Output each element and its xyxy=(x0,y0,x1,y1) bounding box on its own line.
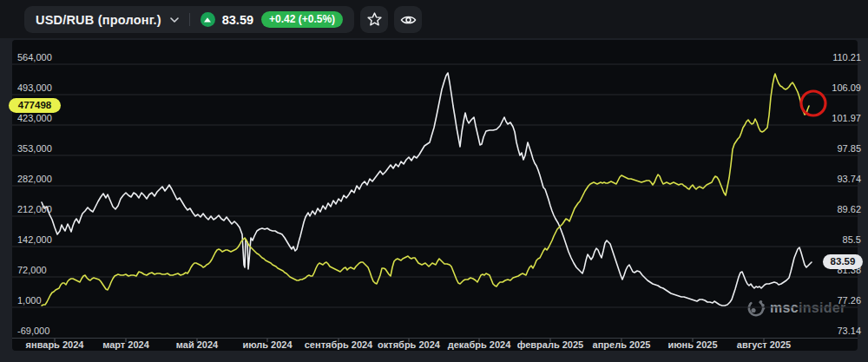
y-axis-label-right: 97.85 xyxy=(837,144,861,154)
y-axis-label-left: 564,000 xyxy=(17,53,52,63)
watch-button[interactable] xyxy=(394,6,422,33)
y-axis-label-left: 353,000 xyxy=(17,144,52,154)
right-scale-last-value-badge: 83.59 xyxy=(823,254,863,269)
y-axis-label-right: 93.74 xyxy=(837,174,861,184)
y-axis-label-right: 77.26 xyxy=(837,296,861,306)
favorite-button[interactable] xyxy=(360,6,388,33)
y-axis-label-left: 212,000 xyxy=(17,205,52,214)
y-axis-label-left: -69,000 xyxy=(17,326,49,336)
last-price: 83.59 xyxy=(222,13,253,27)
y-axis-label-right: 85.5 xyxy=(843,235,861,245)
price-chart[interactable] xyxy=(0,0,868,362)
symbol-label: USD/RUB (пролонг.) xyxy=(36,13,161,27)
y-axis-label-left: 72,000 xyxy=(17,266,47,275)
y-axis-label-right: 73.14 xyxy=(837,326,861,336)
star-icon xyxy=(366,11,383,28)
y-axis-label-right: 106.09 xyxy=(832,83,861,93)
y-axis-label-left: 493,000 xyxy=(17,83,52,93)
chevron-down-icon xyxy=(170,17,179,23)
symbol-selector[interactable]: USD/RUB (пролонг.) 83.59 +0.42 (+0.5%) xyxy=(24,6,354,33)
trading-terminal-window: mscinsider 564,000493,000423,000353,0002… xyxy=(0,0,868,362)
price-change-badge: +0.42 (+0.5%) xyxy=(261,11,343,28)
left-scale-last-value-badge: 477498 xyxy=(9,98,61,113)
series-left-scale-series-line xyxy=(42,74,809,306)
y-axis-label-left: 142,000 xyxy=(17,235,52,245)
divider xyxy=(189,13,190,26)
y-axis-label-right: 101.97 xyxy=(832,114,861,123)
price-up-arrow-icon xyxy=(201,12,215,27)
toolbar: USD/RUB (пролонг.) 83.59 +0.42 (+0.5%) xyxy=(24,6,422,33)
eye-icon xyxy=(400,14,417,26)
y-axis-label-right: 110.21 xyxy=(832,53,861,63)
y-axis-label-right: 89.62 xyxy=(837,205,861,214)
y-axis-label-left: 423,000 xyxy=(17,114,52,123)
y-axis-label-left: 282,000 xyxy=(17,174,52,184)
y-axis-label-left: 1,000 xyxy=(17,296,42,306)
x-axis-label: август 2025 xyxy=(722,340,806,350)
